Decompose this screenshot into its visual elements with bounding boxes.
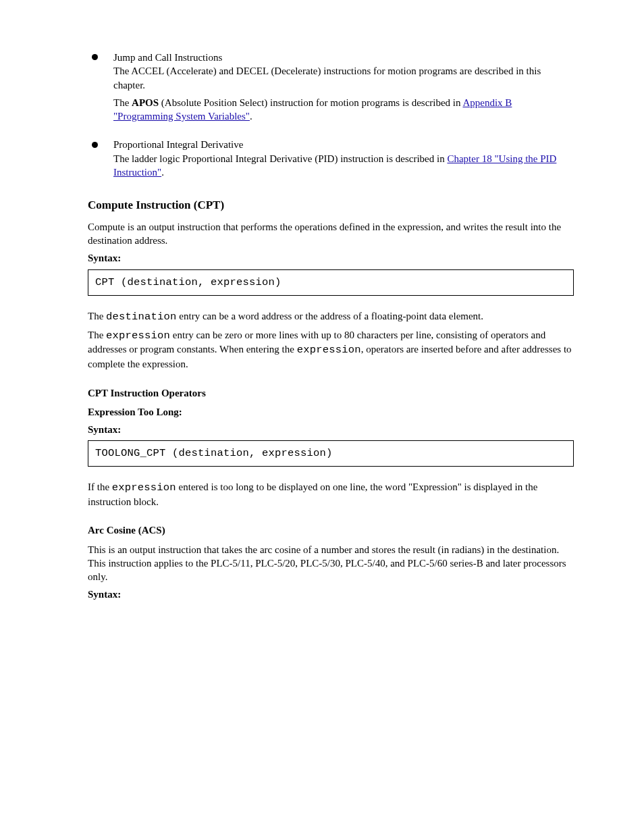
bullet-heading: Proportional Integral Derivative (113, 138, 574, 151)
cpt-syntax-box: CPT (destination, expression) (88, 269, 574, 296)
syntax-label: Syntax: (88, 423, 574, 436)
acs-description: This is an output instruction that takes… (88, 543, 574, 584)
cpt-expression-para: The expression entry can be zero or more… (88, 328, 574, 371)
bullet-heading: Jump and Call Instructions (113, 51, 574, 64)
toolong-syntax-box: TOOLONG_CPT (destination, expression) (88, 440, 574, 467)
syntax-label: Syntax: (88, 588, 574, 601)
syntax-label: Syntax: (88, 251, 574, 265)
bullet-paragraph: The ladder logic Proportional Integral D… (113, 152, 574, 180)
toolong-label: Expression Too Long: (88, 405, 574, 419)
subsection-arc-cosine: Arc Cosine (ACS) (88, 523, 574, 537)
bullet-item-jump-call: Jump and Call Instructions The ACCEL (Ac… (88, 51, 574, 123)
cpt-description: Compute is an output instruction that pe… (88, 220, 574, 248)
subsection-cpt-operators: CPT Instruction Operators (88, 386, 574, 400)
bullet-paragraph-2: The APOS (Absolute Position Select) inst… (113, 96, 574, 124)
bullet-paragraph-1: The ACCEL (Accelerate) and DECEL (Decele… (113, 64, 574, 92)
bullet-item-pid: Proportional Integral Derivative The lad… (88, 138, 574, 179)
cpt-destination-para: The destination entry can be a word addr… (88, 309, 574, 324)
toolong-description: If the expression entered is too long to… (88, 480, 574, 509)
section-title-cpt: Compute Instruction (CPT) (88, 198, 574, 213)
